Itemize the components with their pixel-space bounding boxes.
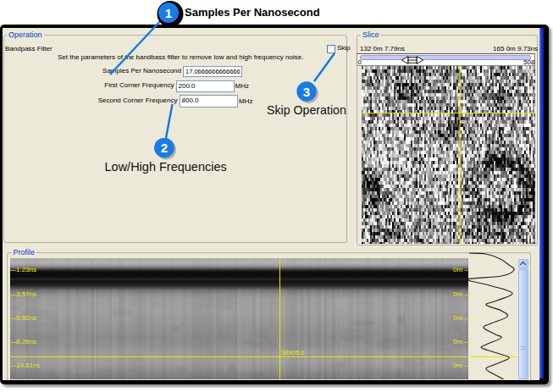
svg-text:3: 3 <box>303 85 310 99</box>
svg-text:2: 2 <box>161 141 168 155</box>
svg-text:1: 1 <box>165 6 172 20</box>
